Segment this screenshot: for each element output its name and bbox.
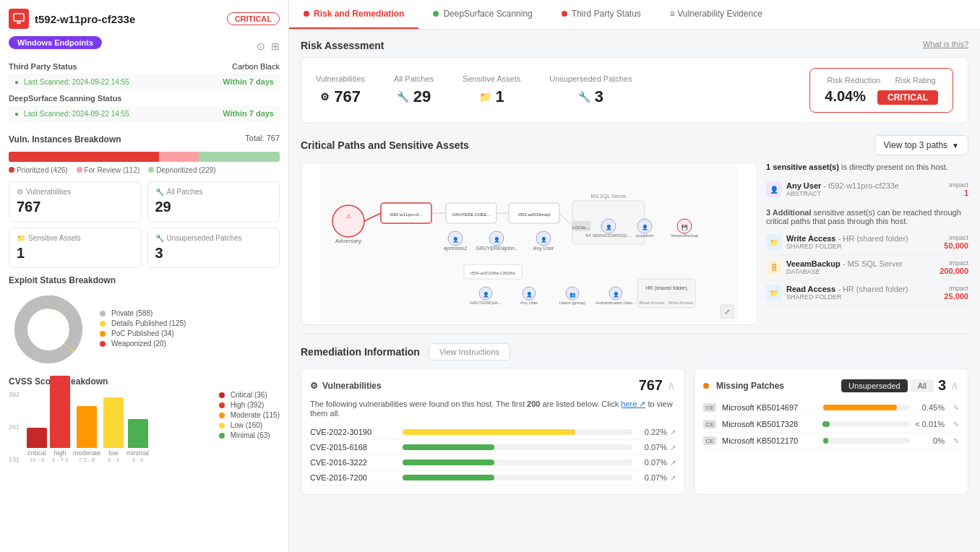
view-top-paths-button[interactable]: View top 3 paths ▼ — [874, 135, 968, 155]
stat-unsup-label: 🔧 Unsuperseded Patches — [155, 234, 272, 242]
patch-icon-1: CE — [703, 403, 716, 412]
what-is-this-link[interactable]: What is this? — [923, 40, 968, 48]
view-instructions-button[interactable]: View Instructions — [429, 343, 510, 361]
tab-dot-risk — [304, 11, 309, 17]
risk-rating-label: Risk Rating — [895, 76, 936, 85]
read-access-impact: Impact 25,000 — [944, 285, 968, 301]
patch-bar-1 — [823, 405, 910, 410]
asset-info-read: 📁 Read Access - HR (shared folder) SHARE… — [766, 285, 908, 301]
any-user-impact: Impact 1 — [949, 181, 968, 197]
patches-count-row: Unsuperseded All 3 ∧ — [841, 377, 959, 394]
scan-text-1: ● Last Scanned: 2024-09-22 14:55 — [14, 77, 132, 86]
paths-svg: ⚠ Adversary t592-w11pro-cf... GRUYERE.CH… — [301, 163, 757, 322]
svg-text:GRUYERE.CHEE...: GRUYERE.CHEE... — [452, 212, 490, 217]
risk-box: Risk Reduction Risk Rating 4.04% CRITICA… — [809, 68, 953, 113]
patch-row-2: CE Microsoft KB5017328 < 0.01% ✎ — [703, 416, 959, 433]
tab-risk-remediation[interactable]: Risk and Remediation — [289, 0, 418, 29]
legend-private: Private (588) — [100, 309, 186, 317]
left-panel: t592-w11pro-cf233e CRITICAL Windows Endp… — [0, 0, 289, 552]
host-icon — [9, 9, 29, 29]
bar-deprioritized — [199, 152, 280, 162]
cve-row-2: CVE-2015-6168 0.07% ↗ — [310, 440, 676, 455]
read-access-details: Read Access - HR (shared folder) SHARED … — [786, 285, 908, 301]
svg-point-8 — [332, 205, 364, 237]
asset-row-write-access: 📁 Write Access - HR (shared folder) SHAR… — [766, 230, 968, 255]
bar-for-review — [159, 152, 199, 162]
exploit-legend: Private (588) Details Published (125) Po… — [100, 309, 186, 350]
svg-text:💾: 💾 — [682, 224, 688, 230]
third-party-status-row: Third Party Status Carbon Black — [9, 62, 280, 71]
asset-row-read-access: 📁 Read Access - HR (shared folder) SHARE… — [766, 280, 968, 306]
rem-here-link[interactable]: here ↗ — [621, 400, 645, 408]
wrench-icon: 🔧 — [155, 188, 164, 196]
asset-row-any-user: 👤 Any User - t592-w11pro-cf233e ABSTRACT… — [766, 177, 968, 202]
vuln-section-rem: ⚙ Vulnerabilities 767 ∧ The following vu… — [301, 368, 685, 495]
svg-text:Users (group): Users (group) — [559, 301, 586, 305]
cvss-bar-low: low 6 - 3 — [103, 397, 124, 463]
cvss-bar-critical: critical 10 - 9 — [27, 428, 47, 463]
toggle-unsuperseded[interactable]: Unsuperseded — [841, 379, 908, 392]
svg-point-6 — [30, 311, 67, 348]
tab-ve-label: ≡ Vulnerability Evidence — [670, 9, 762, 19]
cve-external-icon-3[interactable]: ↗ — [670, 459, 676, 467]
vuln-icon: ⚙ — [320, 91, 330, 103]
write-access-icon: 📁 — [766, 234, 782, 250]
patch-edit-icon-1[interactable]: ✎ — [953, 404, 959, 412]
patch-icon-3: CE — [703, 436, 716, 445]
windows-endpoints-badge[interactable]: Windows Endpoints — [9, 36, 102, 49]
svg-text:👤: 👤 — [613, 291, 619, 298]
svg-text:⤢: ⤢ — [724, 308, 730, 316]
svg-text:sysadmin: sysadmin — [635, 233, 653, 238]
vuln-legend: Prioritized (426) For Review (112) Depri… — [9, 166, 280, 174]
cve-external-icon-2[interactable]: ↗ — [670, 444, 676, 452]
ds-status-row: DeepSurface Scanning Status — [9, 94, 280, 103]
risk-item-patches: All Patches 🔧 29 — [394, 74, 434, 106]
svg-text:Write Access: Write Access — [669, 301, 694, 305]
cve-external-icon-1[interactable]: ↗ — [670, 428, 676, 436]
cve-row-4: CVE-2016-7200 0.07% ↗ — [310, 470, 676, 486]
svg-text:ajohnson2: ajohnson2 — [444, 246, 467, 251]
tab-ds-label: DeepSurface Scanning — [443, 9, 532, 19]
cve-external-icon-4[interactable]: ↗ — [670, 474, 676, 482]
cve-row-3: CVE-2016-3222 0.07% ↗ — [310, 455, 676, 470]
patch-row-1: CE Microsoft KB5014697 0.45% ✎ — [703, 400, 959, 416]
unsup-icon-r: 🔧 — [578, 91, 590, 103]
chevron-down-icon: ▼ — [952, 142, 959, 150]
main-content: Risk Assessment What is this? Vulnerabil… — [289, 30, 980, 505]
any-user-icon: 👤 — [766, 181, 782, 197]
cvss-section: CVSS Score Breakdown 392 261 131 critica… — [9, 376, 280, 463]
stat-unsuperseded: 🔧 Unsuperseded Patches 3 — [147, 228, 280, 268]
read-access-icon: 📁 — [766, 285, 782, 301]
tab-tp-label: Third Party Status — [572, 9, 641, 19]
remediation-grid: ⚙ Vulnerabilities 767 ∧ The following vu… — [301, 368, 968, 495]
patch-row-3: CE Microsoft KB5012170 0% ✎ — [703, 433, 959, 449]
risk-assess-title: Risk Assessment — [301, 40, 384, 51]
cve-bar-1 — [403, 429, 632, 435]
rem-desc: The following vulnerabilities were found… — [310, 400, 676, 418]
write-access-details: Write Access - HR (shared folder) SHARED… — [786, 234, 908, 250]
risk-assess-items: Vulnerabilities ⚙ 767 All Patches 🔧 29 S… — [316, 74, 795, 106]
asset-info-any-user: 👤 Any User - t592-w11pro-cf233e ABSTRACT — [766, 181, 899, 197]
risk-reduction-val: 4.04% — [825, 88, 866, 105]
svg-text:👤: 👤 — [526, 291, 533, 298]
tab-vuln-evidence[interactable]: ≡ Vulnerability Evidence — [656, 0, 777, 29]
vuln-icon-rem: ⚙ — [310, 381, 318, 391]
rem-vuln-count-row: 767 ∧ — [639, 377, 676, 394]
rem-patches-title: Missing Patches — [703, 381, 784, 391]
tab-dot-tp — [562, 11, 567, 17]
exploit-inner: Private (588) Details Published (125) Po… — [9, 290, 280, 369]
toggle-all[interactable]: All — [911, 379, 934, 392]
cvss-legend: Critical (36) High (392) Moderate (115) … — [219, 391, 280, 463]
bar-prioritized — [9, 152, 159, 162]
stat-sensitive-assets: 📁 Sensitive Assets 1 — [9, 228, 142, 268]
patch-edit-icon-3[interactable]: ✎ — [953, 437, 959, 445]
svg-text:t553-w2016msql: t553-w2016msql — [518, 212, 550, 217]
cve-bar-3 — [403, 460, 632, 465]
patch-bar-2 — [822, 421, 909, 427]
svg-text:👤: 👤 — [642, 224, 648, 230]
tab-deepsurface[interactable]: DeepSurface Scanning — [418, 0, 546, 29]
vuln-breakdown-header: Vuln. Instances Breakdown Total: 767 — [9, 127, 280, 149]
missing-dot — [703, 383, 709, 389]
patch-edit-icon-2[interactable]: ✎ — [953, 421, 959, 428]
tab-third-party[interactable]: Third Party Status — [547, 0, 656, 29]
